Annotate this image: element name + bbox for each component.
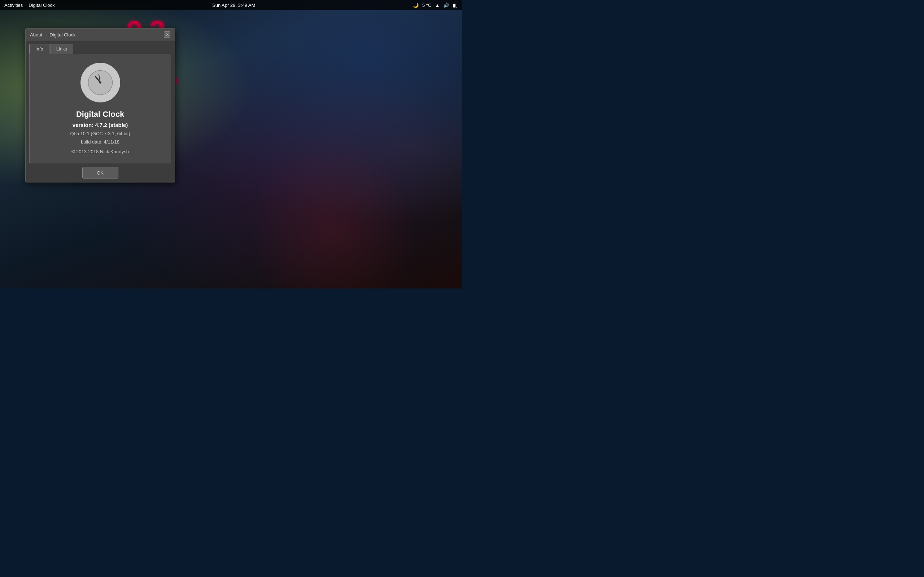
dialog-footer: OK xyxy=(26,163,175,182)
dialog-overlay: About — Digital Clock ✕ Info Links Dig xyxy=(0,0,462,288)
app-copyright-label: © 2013-2018 Nick Korotysh xyxy=(71,149,129,154)
clock-svg-icon xyxy=(88,70,113,95)
activities-button[interactable]: Activities xyxy=(4,3,23,8)
battery-icon: ▮▯ xyxy=(452,3,458,8)
dialog-tabs: Info Links xyxy=(26,41,175,54)
app-qt-label: Qt 5.10.1 (GCC 7.3.1, 64 bit) xyxy=(70,131,130,136)
dialog-title: About — Digital Clock xyxy=(30,32,76,37)
tab-links[interactable]: Links xyxy=(50,44,73,54)
app-icon xyxy=(81,63,120,102)
app-version-label: version: 4.7.2 (stable) xyxy=(73,122,128,128)
topbar: Activities Digital Clock Sun Apr 29, 3:4… xyxy=(0,0,462,10)
app-build-label: build date: 4/11/18 xyxy=(81,139,120,145)
app-menu-label[interactable]: Digital Clock xyxy=(29,3,55,8)
sound-icon: 🔊 xyxy=(443,3,449,8)
app-name-label: Digital Clock xyxy=(76,110,124,119)
about-dialog: About — Digital Clock ✕ Info Links Dig xyxy=(25,28,175,182)
moon-icon: 🌙 xyxy=(413,3,419,8)
topbar-datetime: Sun Apr 29, 3:49 AM xyxy=(212,3,255,8)
temperature-label: 5 °C xyxy=(422,3,431,8)
dialog-close-button[interactable]: ✕ xyxy=(164,31,170,38)
ok-button[interactable]: OK xyxy=(82,167,118,179)
wifi-icon: ▲ xyxy=(435,3,439,8)
dialog-content-info: Digital Clock version: 4.7.2 (stable) Qt… xyxy=(29,54,171,163)
tab-info[interactable]: Info xyxy=(29,44,50,54)
dialog-titlebar: About — Digital Clock ✕ xyxy=(26,29,175,41)
